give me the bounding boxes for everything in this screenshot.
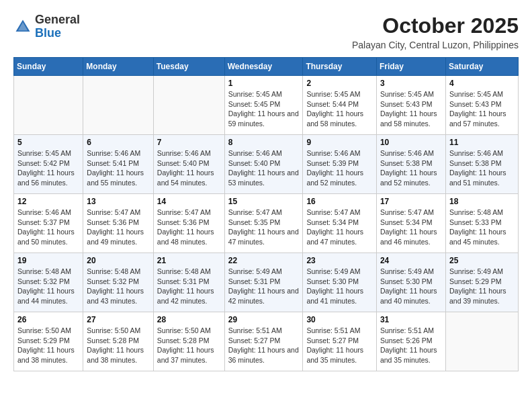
calendar-cell: 18Sunrise: 5:48 AMSunset: 5:33 PMDayligh… <box>445 194 518 253</box>
day-info: Sunrise: 5:47 AMSunset: 5:35 PMDaylight:… <box>228 208 300 247</box>
calendar-cell: 16Sunrise: 5:47 AMSunset: 5:34 PMDayligh… <box>303 194 377 253</box>
day-info: Sunrise: 5:50 AMSunset: 5:28 PMDaylight:… <box>157 326 221 365</box>
calendar-cell: 21Sunrise: 5:48 AMSunset: 5:31 PMDayligh… <box>153 253 224 312</box>
calendar-cell: 12Sunrise: 5:46 AMSunset: 5:37 PMDayligh… <box>14 194 83 253</box>
day-number: 8 <box>228 138 300 147</box>
day-number: 14 <box>157 197 221 206</box>
day-number: 29 <box>228 315 300 324</box>
weekday-header: Monday <box>83 58 153 76</box>
day-number: 19 <box>17 256 79 265</box>
calendar-cell: 2Sunrise: 5:45 AMSunset: 5:44 PMDaylight… <box>303 76 377 135</box>
day-info: Sunrise: 5:46 AMSunset: 5:37 PMDaylight:… <box>17 208 79 247</box>
weekday-header: Thursday <box>303 58 377 76</box>
day-info: Sunrise: 5:50 AMSunset: 5:29 PMDaylight:… <box>17 326 79 365</box>
day-info: Sunrise: 5:46 AMSunset: 5:38 PMDaylight:… <box>380 148 442 188</box>
day-info: Sunrise: 5:49 AMSunset: 5:29 PMDaylight:… <box>449 267 515 306</box>
day-number: 30 <box>306 315 373 324</box>
calendar-cell: 3Sunrise: 5:45 AMSunset: 5:43 PMDaylight… <box>376 76 445 135</box>
day-info: Sunrise: 5:49 AMSunset: 5:30 PMDaylight:… <box>380 267 442 306</box>
calendar-cell: 30Sunrise: 5:51 AMSunset: 5:27 PMDayligh… <box>303 312 377 371</box>
month-title: October 2025 <box>352 13 519 38</box>
day-number: 15 <box>228 197 300 206</box>
day-number: 18 <box>449 197 515 206</box>
calendar-cell <box>445 312 518 371</box>
day-number: 13 <box>87 197 149 206</box>
weekday-header: Tuesday <box>153 58 224 76</box>
calendar-cell: 17Sunrise: 5:47 AMSunset: 5:34 PMDayligh… <box>376 194 445 253</box>
day-info: Sunrise: 5:46 AMSunset: 5:39 PMDaylight:… <box>306 148 373 188</box>
calendar-cell: 14Sunrise: 5:47 AMSunset: 5:36 PMDayligh… <box>153 194 224 253</box>
day-info: Sunrise: 5:49 AMSunset: 5:30 PMDaylight:… <box>306 267 373 306</box>
day-info: Sunrise: 5:50 AMSunset: 5:28 PMDaylight:… <box>87 326 149 365</box>
calendar-cell: 24Sunrise: 5:49 AMSunset: 5:30 PMDayligh… <box>376 253 445 312</box>
day-number: 2 <box>306 79 373 88</box>
weekday-header: Wednesday <box>224 58 303 76</box>
day-number: 10 <box>380 138 442 147</box>
day-info: Sunrise: 5:47 AMSunset: 5:36 PMDaylight:… <box>157 208 221 247</box>
calendar-cell: 20Sunrise: 5:48 AMSunset: 5:32 PMDayligh… <box>83 253 153 312</box>
day-info: Sunrise: 5:49 AMSunset: 5:31 PMDaylight:… <box>228 267 300 306</box>
weekday-header: Sunday <box>14 58 83 76</box>
day-number: 11 <box>449 138 515 147</box>
day-number: 7 <box>157 138 221 147</box>
day-number: 3 <box>380 79 442 88</box>
logo-text: General Blue <box>35 13 80 40</box>
calendar-week-row: 26Sunrise: 5:50 AMSunset: 5:29 PMDayligh… <box>14 312 519 371</box>
calendar-cell: 25Sunrise: 5:49 AMSunset: 5:29 PMDayligh… <box>445 253 518 312</box>
day-number: 23 <box>306 256 373 265</box>
calendar-cell: 9Sunrise: 5:46 AMSunset: 5:39 PMDaylight… <box>303 135 377 194</box>
day-info: Sunrise: 5:45 AMSunset: 5:45 PMDaylight:… <box>228 89 300 129</box>
day-number: 9 <box>306 138 373 147</box>
logo-blue: Blue <box>35 26 61 40</box>
page-header: General Blue October 2025 Palayan City, … <box>13 13 519 50</box>
calendar-cell: 31Sunrise: 5:51 AMSunset: 5:26 PMDayligh… <box>376 312 445 371</box>
calendar-cell: 22Sunrise: 5:49 AMSunset: 5:31 PMDayligh… <box>224 253 303 312</box>
day-info: Sunrise: 5:48 AMSunset: 5:31 PMDaylight:… <box>157 267 221 306</box>
day-info: Sunrise: 5:51 AMSunset: 5:26 PMDaylight:… <box>380 326 442 365</box>
day-number: 27 <box>87 315 149 324</box>
day-number: 31 <box>380 315 442 324</box>
day-info: Sunrise: 5:45 AMSunset: 5:42 PMDaylight:… <box>17 148 79 188</box>
calendar-week-row: 1Sunrise: 5:45 AMSunset: 5:45 PMDaylight… <box>14 76 519 135</box>
calendar-cell: 15Sunrise: 5:47 AMSunset: 5:35 PMDayligh… <box>224 194 303 253</box>
calendar-cell: 27Sunrise: 5:50 AMSunset: 5:28 PMDayligh… <box>83 312 153 371</box>
day-info: Sunrise: 5:45 AMSunset: 5:43 PMDaylight:… <box>380 89 442 129</box>
calendar-table: SundayMondayTuesdayWednesdayThursdayFrid… <box>13 57 519 371</box>
logo-icon <box>13 17 32 36</box>
location: Palayan City, Central Luzon, Philippines <box>352 40 519 50</box>
calendar-cell: 13Sunrise: 5:47 AMSunset: 5:36 PMDayligh… <box>83 194 153 253</box>
day-number: 28 <box>157 315 221 324</box>
day-number: 26 <box>17 315 79 324</box>
day-number: 24 <box>380 256 442 265</box>
day-info: Sunrise: 5:46 AMSunset: 5:40 PMDaylight:… <box>228 148 300 188</box>
day-info: Sunrise: 5:45 AMSunset: 5:43 PMDaylight:… <box>449 89 515 129</box>
day-number: 22 <box>228 256 300 265</box>
day-info: Sunrise: 5:47 AMSunset: 5:34 PMDaylight:… <box>380 208 442 247</box>
calendar-cell: 29Sunrise: 5:51 AMSunset: 5:27 PMDayligh… <box>224 312 303 371</box>
day-number: 17 <box>380 197 442 206</box>
day-info: Sunrise: 5:48 AMSunset: 5:33 PMDaylight:… <box>449 208 515 247</box>
day-number: 16 <box>306 197 373 206</box>
day-info: Sunrise: 5:48 AMSunset: 5:32 PMDaylight:… <box>17 267 79 306</box>
calendar-cell: 23Sunrise: 5:49 AMSunset: 5:30 PMDayligh… <box>303 253 377 312</box>
calendar-week-row: 12Sunrise: 5:46 AMSunset: 5:37 PMDayligh… <box>14 194 519 253</box>
logo-general: General <box>35 13 80 26</box>
day-info: Sunrise: 5:46 AMSunset: 5:40 PMDaylight:… <box>157 148 221 188</box>
calendar-cell: 11Sunrise: 5:46 AMSunset: 5:38 PMDayligh… <box>445 135 518 194</box>
day-number: 1 <box>228 79 300 88</box>
weekday-header: Saturday <box>445 58 518 76</box>
calendar-cell: 10Sunrise: 5:46 AMSunset: 5:38 PMDayligh… <box>376 135 445 194</box>
day-info: Sunrise: 5:48 AMSunset: 5:32 PMDaylight:… <box>87 267 149 306</box>
calendar-cell: 19Sunrise: 5:48 AMSunset: 5:32 PMDayligh… <box>14 253 83 312</box>
calendar-cell: 26Sunrise: 5:50 AMSunset: 5:29 PMDayligh… <box>14 312 83 371</box>
day-number: 6 <box>87 138 149 147</box>
day-number: 5 <box>17 138 79 147</box>
day-number: 21 <box>157 256 221 265</box>
calendar-cell <box>83 76 153 135</box>
day-info: Sunrise: 5:46 AMSunset: 5:38 PMDaylight:… <box>449 148 515 188</box>
calendar-cell: 1Sunrise: 5:45 AMSunset: 5:45 PMDaylight… <box>224 76 303 135</box>
day-info: Sunrise: 5:51 AMSunset: 5:27 PMDaylight:… <box>306 326 373 365</box>
day-info: Sunrise: 5:47 AMSunset: 5:34 PMDaylight:… <box>306 208 373 247</box>
day-number: 12 <box>17 197 79 206</box>
day-number: 4 <box>449 79 515 88</box>
